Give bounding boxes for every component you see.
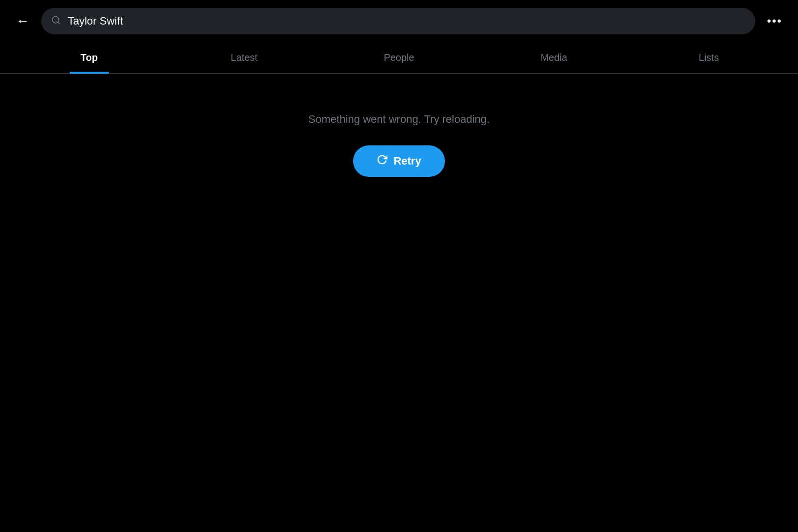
more-options-button[interactable]: ••• <box>763 10 786 32</box>
retry-button[interactable]: Retry <box>353 145 444 177</box>
retry-label: Retry <box>393 155 421 168</box>
tab-people[interactable]: People <box>322 42 476 73</box>
tab-latest[interactable]: Latest <box>166 42 321 73</box>
main-content: Something went wrong. Try reloading. Ret… <box>0 74 798 177</box>
search-input[interactable] <box>68 15 745 28</box>
app-container: ← ••• Top Latest People Media <box>0 0 798 177</box>
tab-lists[interactable]: Lists <box>632 42 786 73</box>
search-bar <box>41 8 755 34</box>
search-icon <box>51 15 61 28</box>
tab-top[interactable]: Top <box>12 42 166 73</box>
error-message: Something went wrong. Try reloading. <box>308 113 490 126</box>
back-button[interactable]: ← <box>12 9 33 33</box>
back-arrow-icon: ← <box>16 13 29 29</box>
retry-icon <box>377 154 387 168</box>
tab-media[interactable]: Media <box>476 42 631 73</box>
svg-line-1 <box>58 22 60 24</box>
header: ← ••• <box>0 0 798 42</box>
tabs-bar: Top Latest People Media Lists <box>0 42 798 74</box>
more-icon: ••• <box>767 14 782 28</box>
